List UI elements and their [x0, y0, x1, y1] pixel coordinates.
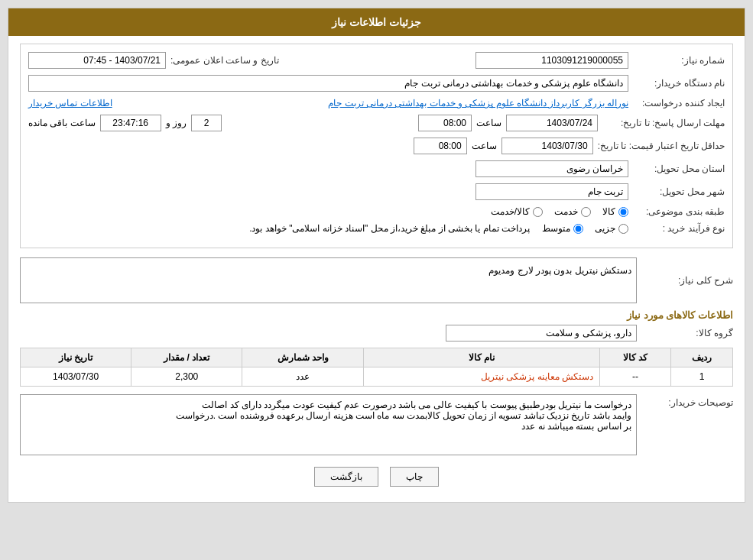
radio-motavasset-input[interactable] [573, 224, 583, 234]
goroh-kala-value: دارو، پزشکی و سلامت [446, 325, 637, 342]
nooa-desc: پرداخت تمام یا بخشی از مبلغ خرید،از محل … [249, 223, 530, 234]
radio-khadamat: خدمت [554, 206, 591, 217]
row-ostan: استان محل تحویل: خراسان رضوی [28, 160, 725, 177]
row-ijad: ایجاد کننده درخواست: نوراله بزرگر کاربرد… [28, 98, 725, 108]
sharh-koli-label: شرح کلی نیاز: [641, 275, 733, 286]
shahr-label: شهر محل تحویل: [633, 186, 725, 197]
tasnif-label: طبقه بندی موضوعی: [633, 206, 725, 217]
td-tedad: 2,300 [131, 367, 242, 387]
tozihat-textarea [20, 394, 637, 455]
shomara-niaz-label: شماره نیاز: [633, 55, 725, 66]
shahr-value: تربت جام [475, 183, 628, 200]
row-tozihat: توصیحات خریدار: [20, 394, 733, 455]
hadaghel-date: 1403/07/30 [501, 138, 593, 154]
page-header: جزئیات اطلاعات نیاز [8, 8, 745, 36]
hadaghel-time-label: ساعت [472, 141, 497, 151]
radio-jozi: جزیی [595, 223, 628, 234]
radio-kala-label: کالا [602, 206, 615, 217]
tozihat-label: توصیحات خریدار: [641, 397, 733, 408]
radio-motavasset: متوسط [542, 223, 583, 234]
radio-motavasset-label: متوسط [542, 223, 570, 234]
mohlat-date: 1403/07/24 [506, 115, 598, 131]
row-hadaghel: حداقل تاریخ اعتبار قیمت: تا تاریخ: 1403/… [28, 138, 725, 154]
radio-kala: کالا [602, 206, 628, 217]
td-name-kala: دستکش معاینه پزشکی نیتریل [364, 367, 600, 387]
ostan-value: خراسان رضوی [475, 160, 628, 177]
tarikh-saat-label: تاریخ و ساعت اعلان عمومی: [170, 55, 279, 66]
mohlat-roz-label: روز و [166, 118, 187, 128]
td-tarikh: 1403/07/30 [21, 367, 131, 387]
content-area: شماره نیاز: 1103091219000055 تاریخ و ساع… [8, 36, 745, 502]
row-sharh: شرح کلی نیاز: دستکش نیتریل بدون پودر لار… [20, 257, 733, 303]
td-radif: 1 [671, 367, 733, 387]
btn-bazgasht[interactable]: بازگشت [314, 467, 378, 487]
hadaghel-time: 08:00 [414, 138, 467, 154]
td-vahed: عدد [242, 367, 364, 387]
goroh-kala-label: گروه کالا: [641, 328, 733, 338]
td-kod-kala: -- [600, 367, 671, 387]
row-tasnif: طبقه بندی موضوعی: کالا خدمت کالا/خدمت [28, 206, 725, 217]
page-container: جزئیات اطلاعات نیاز شماره نیاز: 11030912… [8, 8, 745, 503]
row-mohlat: مهلت ارسال پاسخ: تا تاریخ: 1403/07/24 سا… [28, 115, 725, 131]
mohlat-countdown: 23:47:16 [100, 115, 161, 131]
radio-kala-khadamat: کالا/خدمت [491, 206, 543, 217]
radio-kala-khadamat-input[interactable] [533, 207, 543, 217]
kala-table: ردیف کد کالا نام کالا واحد شمارش تعداد /… [20, 348, 733, 387]
shomara-niaz-value: 1103091219000055 [475, 52, 628, 69]
etelaat-kala-title: اطلاعات کالاهای مورد نیاز [20, 309, 733, 321]
name-dastgah-value: دانشگاه علوم پزشکی و خدمات بهداشتی درمان… [28, 75, 628, 92]
mohlat-roz-val: 2 [191, 115, 222, 131]
ijad-label: ایجاد کننده درخواست: [633, 98, 725, 108]
radio-jozi-input[interactable] [618, 224, 628, 234]
nooa-farayand-label: نوع فرآیند خرید : [633, 223, 725, 234]
radio-jozi-label: جزیی [595, 223, 615, 234]
etelaat-tamas-link[interactable]: اطلاعات تماس خریدار [28, 98, 112, 108]
th-vahed: واحد شمارش [242, 348, 364, 367]
radio-kala-input[interactable] [618, 207, 628, 217]
main-section: شماره نیاز: 1103091219000055 تاریخ و ساع… [20, 44, 733, 248]
hadaghel-label: حداقل تاریخ اعتبار قیمت: تا تاریخ: [598, 141, 725, 151]
btn-row: چاپ بازگشت [20, 467, 733, 487]
row-nooa-farayand: نوع فرآیند خرید : جزیی متوسط پرداخت تمام… [28, 223, 725, 234]
table-row: 1 -- دستکش معاینه پزشکی نیتریل عدد 2,300… [21, 367, 733, 387]
mohlat-time-label: ساعت [476, 118, 501, 128]
row-shahr: شهر محل تحویل: تربت جام [28, 183, 725, 200]
nooa-radio-group: جزیی متوسط [542, 223, 628, 234]
name-dastgah-label: نام دستگاه خریدار: [633, 78, 725, 89]
page-title: جزئیات اطلاعات نیاز [332, 16, 421, 28]
btn-chap[interactable]: چاپ [390, 467, 439, 487]
tarikh-saat-value: 1403/07/21 - 07:45 [28, 52, 166, 69]
row-shomara: شماره نیاز: 1103091219000055 تاریخ و ساع… [28, 52, 725, 69]
th-tarikh: تاریخ نیاز [21, 348, 131, 367]
row-goroh-kala: گروه کالا: دارو، پزشکی و سلامت [20, 325, 733, 342]
th-tedad: تعداد / مقدار [131, 348, 242, 367]
th-radif: ردیف [671, 348, 733, 367]
radio-kala-khadamat-label: کالا/خدمت [491, 206, 530, 217]
radio-khadamat-input[interactable] [581, 207, 591, 217]
mohlat-time: 08:00 [418, 115, 472, 131]
sharh-koli-value: دستکش نیتریل بدون پودر لارج ومدیوم [20, 257, 637, 303]
tasnif-radio-group: کالا خدمت کالا/خدمت [491, 206, 628, 217]
mohlat-label: مهلت ارسال پاسخ: تا تاریخ: [602, 118, 725, 128]
mohlat-saat-mande: ساعت باقی مانده [28, 118, 96, 128]
ijad-value[interactable]: نوراله بزرگر کاربرداز دانشگاه علوم پزشکی… [117, 98, 628, 108]
row-dastgah: نام دستگاه خریدار: دانشگاه علوم پزشکی و … [28, 75, 725, 92]
ostan-label: استان محل تحویل: [633, 163, 725, 174]
th-kod-kala: کد کالا [600, 348, 671, 367]
th-name-kala: نام کالا [364, 348, 600, 367]
radio-khadamat-label: خدمت [554, 206, 578, 217]
